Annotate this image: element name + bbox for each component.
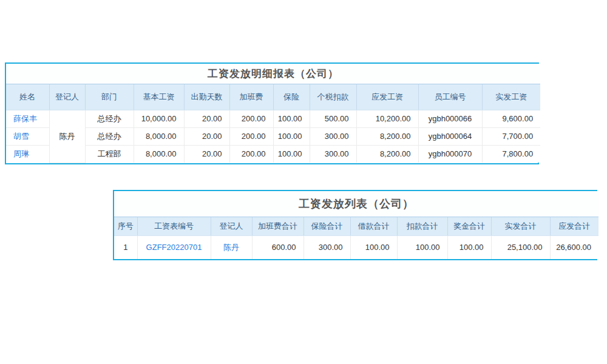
salary-list-panel: 工资发放列表（公司） 序号 工资表编号 登记人 加班费合计 保险合计 借款合计 … [113, 190, 597, 260]
col-header-attendance-days: 出勤天数 [184, 84, 229, 110]
department-cell: 总经办 [85, 127, 134, 145]
insurance-cell: 100.00 [273, 145, 310, 163]
employee-name-cell: 胡雪 [6, 127, 49, 145]
employee-id-cell: ygbh000066 [418, 110, 482, 127]
col-header-overtime-total: 加班费合计 [252, 217, 304, 235]
employee-name-cell: 薛保丰 [6, 110, 49, 127]
seq-cell: 1 [114, 235, 137, 259]
actual-total-cell: 25,100.00 [491, 235, 550, 259]
registrant-merged-cell: 陈丹 [49, 110, 85, 163]
col-header-tax-deduction: 个税扣款 [310, 84, 356, 110]
col-header-overtime-pay: 加班费 [229, 84, 273, 110]
tax-deduction-cell: 500.00 [310, 110, 356, 127]
insurance-cell: 100.00 [273, 110, 310, 127]
report-row: 周琳 工程部 8,000.00 20.00 200.00 100.00 300.… [6, 145, 540, 163]
overtime-pay-cell: 200.00 [229, 127, 273, 145]
department-cell: 总经办 [85, 110, 134, 127]
actual-salary-cell: 7,800.00 [482, 145, 540, 163]
actual-salary-cell: 7,700.00 [482, 127, 540, 145]
employee-name-link[interactable]: 薛保丰 [13, 114, 37, 123]
col-header-base-salary: 基本工资 [134, 84, 184, 110]
list-title: 工资发放列表（公司） [114, 191, 599, 217]
payable-salary-cell: 8,200.00 [356, 127, 418, 145]
payable-total-cell: 26,600.00 [550, 235, 599, 259]
registrant-link[interactable]: 陈丹 [223, 243, 239, 252]
col-header-actual-salary: 实发工资 [482, 84, 540, 110]
actual-salary-cell: 9,600.00 [482, 110, 540, 127]
col-header-payroll-id: 工资表编号 [137, 217, 211, 235]
col-header-actual-total: 实发合计 [491, 217, 550, 235]
report-header-row: 姓名 登记人 部门 基本工资 出勤天数 加班费 保险 个税扣款 应发工资 员工编… [6, 84, 540, 110]
payroll-id-link[interactable]: GZFF20220701 [146, 243, 202, 252]
base-salary-cell: 10,000.00 [134, 110, 184, 127]
attendance-days-cell: 20.00 [184, 110, 229, 127]
salary-list-table: 工资发放列表（公司） 序号 工资表编号 登记人 加班费合计 保险合计 借款合计 … [114, 191, 599, 259]
employee-name-link[interactable]: 周琳 [13, 149, 29, 158]
attendance-days-cell: 20.00 [184, 127, 229, 145]
insurance-cell: 100.00 [273, 127, 310, 145]
col-header-insurance: 保险 [273, 84, 310, 110]
payable-salary-cell: 10,200.00 [356, 110, 418, 127]
list-title-row: 工资发放列表（公司） [114, 191, 599, 217]
col-header-employee-id: 员工编号 [418, 84, 482, 110]
col-header-deduction-total: 扣款合计 [397, 217, 447, 235]
employee-id-cell: ygbh000070 [418, 145, 482, 163]
base-salary-cell: 8,000.00 [134, 145, 184, 163]
tax-deduction-cell: 300.00 [310, 145, 356, 163]
report-row: 胡雪 总经办 8,000.00 20.00 200.00 100.00 300.… [6, 127, 540, 145]
payroll-id-cell: GZFF20220701 [137, 235, 211, 259]
col-header-registrant: 登记人 [49, 84, 85, 110]
overtime-pay-cell: 200.00 [229, 110, 273, 127]
col-header-department: 部门 [85, 84, 134, 110]
employee-name-cell: 周琳 [6, 145, 49, 163]
registrant-cell: 陈丹 [211, 235, 252, 259]
report-row: 薛保丰 陈丹 总经办 10,000.00 20.00 200.00 100.00… [6, 110, 540, 127]
col-header-loan-total: 借款合计 [350, 217, 397, 235]
col-header-bonus-total: 奖金合计 [447, 217, 491, 235]
salary-detail-report-panel: 工资发放明细报表（公司） 姓名 登记人 部门 基本工资 出勤天数 加班费 保险 … [5, 62, 539, 164]
col-header-registrant: 登记人 [211, 217, 252, 235]
loan-total-cell: 100.00 [350, 235, 397, 259]
insurance-total-cell: 300.00 [304, 235, 350, 259]
col-header-name: 姓名 [6, 84, 49, 110]
payable-salary-cell: 8,200.00 [356, 145, 418, 163]
list-row: 1 GZFF20220701 陈丹 600.00 300.00 100.00 1… [114, 235, 599, 259]
list-header-row: 序号 工资表编号 登记人 加班费合计 保险合计 借款合计 扣款合计 奖金合计 实… [114, 217, 599, 235]
col-header-payable-total: 应发合计 [550, 217, 599, 235]
col-header-payable-salary: 应发工资 [356, 84, 418, 110]
tax-deduction-cell: 300.00 [310, 127, 356, 145]
employee-name-link[interactable]: 胡雪 [13, 132, 29, 141]
attendance-days-cell: 20.00 [184, 145, 229, 163]
report-title: 工资发放明细报表（公司） [6, 64, 540, 84]
overtime-pay-cell: 200.00 [229, 145, 273, 163]
employee-id-cell: ygbh000064 [418, 127, 482, 145]
department-cell: 工程部 [85, 145, 134, 163]
col-header-insurance-total: 保险合计 [304, 217, 350, 235]
deduction-total-cell: 100.00 [397, 235, 447, 259]
overtime-total-cell: 600.00 [252, 235, 304, 259]
report-title-row: 工资发放明细报表（公司） [6, 64, 540, 84]
base-salary-cell: 8,000.00 [134, 127, 184, 145]
col-header-seq: 序号 [114, 217, 137, 235]
bonus-total-cell: 100.00 [447, 235, 491, 259]
salary-detail-report-table: 工资发放明细报表（公司） 姓名 登记人 部门 基本工资 出勤天数 加班费 保险 … [6, 64, 540, 163]
